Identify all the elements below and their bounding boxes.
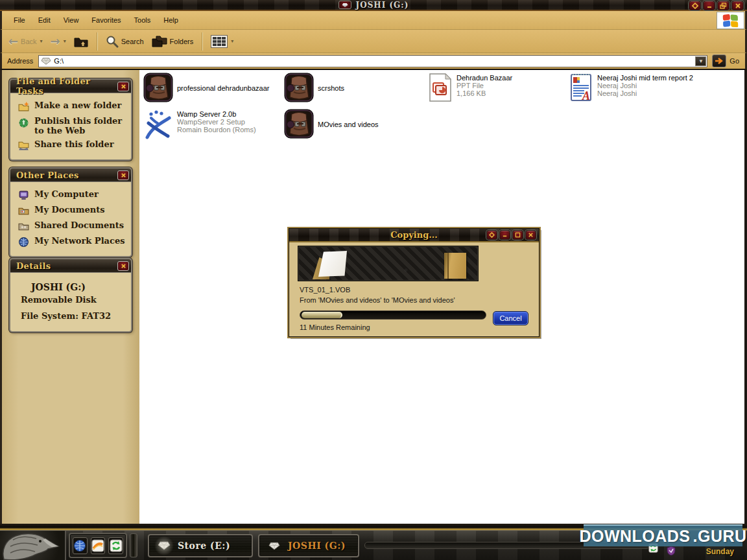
window-titlebar[interactable]: JOSHI (G:) <box>0 0 747 11</box>
place-my-computer[interactable]: My Computer <box>17 187 127 203</box>
time-remaining: 11 Minutes Remaining <box>300 323 370 331</box>
back-dropdown-icon[interactable]: ▾ <box>40 38 43 44</box>
search-button[interactable]: Search <box>103 34 147 49</box>
my-computer-icon <box>18 190 29 201</box>
file-item-scrshots[interactable]: scrshots <box>284 73 421 102</box>
document-icon <box>569 73 593 102</box>
copy-progress-bar <box>300 310 486 320</box>
address-input[interactable] <box>54 57 707 65</box>
file-item-professional-dehradunbazaar[interactable]: professional dehradunbazaar <box>143 73 281 102</box>
quicklaunch-sync-icon[interactable] <box>108 537 123 554</box>
address-bar: Address ▼ Go <box>0 53 747 70</box>
back-arrow-icon: ← <box>8 34 18 48</box>
task-sidebar: File and Folder Tasks Make a new folder … <box>2 70 139 524</box>
my-documents-icon <box>18 205 29 216</box>
views-grid-icon <box>211 35 228 48</box>
task-share-folder[interactable]: Share this folder <box>17 137 127 153</box>
panel-file-folder-tasks: File and Folder Tasks Make a new folder … <box>9 78 132 161</box>
task-make-new-folder[interactable]: Make a new folder <box>17 99 127 114</box>
taskbar-button-joshi[interactable]: JOSHI (G:) <box>258 534 359 557</box>
back-label: Back <box>21 38 36 45</box>
panel-header[interactable]: Details <box>10 259 131 273</box>
copying-dialog: Copying... VTS_01_1.VOB From 'MOv <box>289 228 540 337</box>
dialog-rollup-button[interactable] <box>486 230 497 240</box>
panel-other-places: Other Places My Computer My Documents <box>9 167 132 257</box>
dialog-titlebar[interactable]: Copying... <box>289 229 539 242</box>
flying-paper-icon <box>313 251 350 279</box>
panel-close-icon[interactable] <box>117 170 129 180</box>
file-item-wamp-server[interactable]: Wamp Server 2.0b WampServer 2 Setup Roma… <box>142 109 279 140</box>
menu-file[interactable]: File <box>7 14 32 26</box>
drive-icon <box>41 58 51 65</box>
address-label: Address <box>7 57 33 65</box>
restore-button[interactable] <box>717 1 729 10</box>
menu-favorites[interactable]: Favorites <box>85 14 127 26</box>
forward-button[interactable]: → ▾ <box>48 33 69 49</box>
drive-icon <box>266 537 283 554</box>
folder-icon <box>284 73 314 102</box>
start-button[interactable] <box>0 531 66 560</box>
minimize-button[interactable] <box>703 1 715 10</box>
copying-from-to: From 'MOvies and videos' to 'MOvies and … <box>300 296 455 304</box>
quicklaunch-browser-icon[interactable] <box>73 537 88 554</box>
share-folder-icon <box>18 140 29 151</box>
eagle-start-icon <box>0 531 66 560</box>
place-my-documents[interactable]: My Documents <box>17 203 127 218</box>
back-button[interactable]: ← Back ▾ <box>6 33 45 49</box>
network-places-icon <box>18 237 29 248</box>
file-item-dehradun-bazaar[interactable]: Dehradun Bazaar PPT File 1,166 KB <box>428 73 565 102</box>
menu-bar: File Edit View Favorites Tools Help <box>0 11 747 30</box>
up-button[interactable] <box>71 34 91 49</box>
cancel-button[interactable]: Cancel <box>493 311 528 325</box>
views-button[interactable]: ▾ <box>208 34 236 49</box>
window-title: JOSHI (G:) <box>356 1 409 10</box>
dialog-maximize-button[interactable] <box>512 230 523 240</box>
close-button[interactable] <box>731 1 744 10</box>
panel-title: File and Folder Tasks <box>16 76 117 96</box>
dialog-close-button[interactable] <box>525 230 536 240</box>
place-my-network[interactable]: My Network Places <box>17 234 127 250</box>
wamp-setup-icon <box>142 109 173 140</box>
destination-folder-icon <box>444 253 466 279</box>
forward-arrow-icon: → <box>51 34 60 48</box>
shared-documents-icon <box>18 221 29 232</box>
desktop-screen: JOSHI (G:) File Edit View Favorites Tool… <box>0 0 747 560</box>
panel-close-icon[interactable] <box>117 82 129 91</box>
forward-dropdown-icon[interactable]: ▾ <box>64 38 66 44</box>
folders-button[interactable]: Folders <box>149 34 196 49</box>
file-item-movies-and-videos[interactable]: MOvies and videos <box>284 109 421 139</box>
windows-logo <box>717 12 744 29</box>
panel-header[interactable]: Other Places <box>10 169 131 182</box>
panel-close-icon[interactable] <box>117 261 129 271</box>
place-shared-documents[interactable]: Shared Documents <box>17 218 127 234</box>
menu-tools[interactable]: Tools <box>128 14 158 26</box>
standard-toolbar: ← Back ▾ → ▾ Search Fol <box>0 30 747 53</box>
toolbar-separator <box>97 32 97 51</box>
go-button[interactable] <box>712 54 726 67</box>
menu-view[interactable]: View <box>57 14 86 26</box>
menu-help[interactable]: Help <box>157 14 185 26</box>
views-dropdown-icon[interactable]: ▾ <box>231 38 233 44</box>
panel-title: Details <box>16 261 117 271</box>
copying-filename: VTS_01_1.VOB <box>300 286 350 294</box>
panel-header[interactable]: File and Folder Tasks <box>10 80 131 93</box>
address-dropdown-button[interactable]: ▼ <box>695 56 706 66</box>
dialog-minimize-button[interactable] <box>499 230 510 240</box>
search-label: Search <box>121 38 144 45</box>
panel-details: Details JOSHI (G:) Removable Disk File S… <box>9 258 132 332</box>
file-item-neeraj-report[interactable]: Neeraj Joshi mid term report 2 Neeraj Jo… <box>569 73 706 102</box>
tray-shield-icon[interactable] <box>667 546 676 559</box>
quicklaunch-media-icon[interactable] <box>91 537 106 554</box>
ppt-file-icon <box>428 73 453 102</box>
drive-icon <box>156 537 172 554</box>
publish-web-icon <box>18 117 29 128</box>
quick-launch <box>69 533 127 558</box>
up-folder-icon <box>74 36 88 47</box>
taskbar-button-store[interactable]: Store (E:) <box>148 534 253 557</box>
details-drive-type: Removable Disk <box>17 294 127 306</box>
downloads-guru-watermark: DOWNLOADS .GURU <box>584 524 742 546</box>
task-publish-folder[interactable]: Publish this folder to the Web <box>17 114 127 137</box>
rollup-button[interactable] <box>689 1 701 10</box>
menu-edit[interactable]: Edit <box>32 14 57 26</box>
go-label[interactable]: Go <box>729 57 739 65</box>
